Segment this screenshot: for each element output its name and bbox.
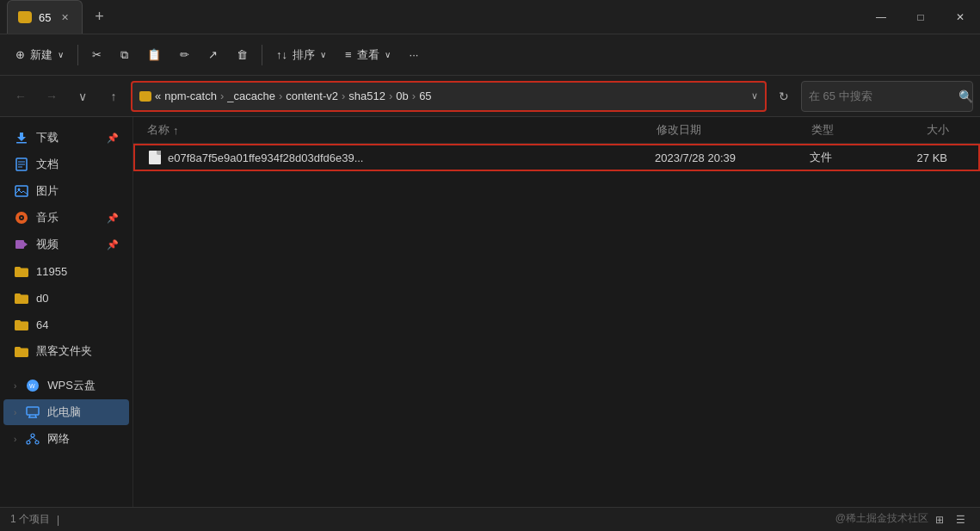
document-icon <box>14 157 29 172</box>
active-tab[interactable]: 65 ✕ <box>7 0 83 34</box>
cut-icon: ✂ <box>92 48 102 61</box>
sidebar-item-download[interactable]: 下载 📌 <box>3 125 129 151</box>
address-dropdown-icon[interactable]: ∨ <box>751 90 758 102</box>
cut-button[interactable]: ✂ <box>83 40 110 71</box>
sidebar-music-pin: 📌 <box>107 213 119 224</box>
sort-icon: ↑↓ <box>276 48 287 61</box>
up-button[interactable]: ↑ <box>100 83 127 110</box>
title-bar: 65 ✕ + — □ ✕ <box>0 0 980 34</box>
path-part-4[interactable]: sha512 <box>348 90 385 102</box>
sidebar-item-music[interactable]: 音乐 📌 <box>3 205 129 231</box>
sidebar-item-pictures[interactable]: 图片 <box>3 178 129 204</box>
paste-button[interactable]: 📋 <box>139 40 169 71</box>
folder-hacker-icon <box>14 343 29 359</box>
sidebar-item-network[interactable]: › 网络 <box>3 426 129 452</box>
sidebar-11955-label: 11955 <box>36 265 67 278</box>
sort-asc-icon: ↑ <box>173 124 179 137</box>
sidebar-item-11955[interactable]: 11955 <box>3 258 129 284</box>
back-icon: ← <box>15 90 27 103</box>
more-button[interactable]: ··· <box>401 40 428 71</box>
copy-button[interactable]: ⧉ <box>112 40 137 71</box>
maximize-button[interactable]: □ <box>901 0 940 34</box>
file-name: e07f8a7f5e9a01ffe934f28d03dfd6e39... <box>168 151 363 164</box>
refresh-button[interactable]: ↻ <box>770 83 798 110</box>
path-part-5[interactable]: 0b <box>396 90 408 102</box>
file-size: 27 KB <box>878 151 965 164</box>
music-icon <box>14 210 29 225</box>
svg-point-18 <box>31 434 34 437</box>
rename-icon: ✏ <box>180 48 189 61</box>
back-button[interactable]: ← <box>7 83 34 110</box>
sidebar-item-document[interactable]: 文档 <box>3 151 129 177</box>
view-dropdown-icon: ∨ <box>385 50 391 59</box>
this-pc-icon <box>25 404 40 420</box>
status-bar: 1 个项目 | @稀土掘金技术社区 ⊞ ☰ <box>0 507 980 531</box>
up-icon: ↑ <box>111 90 117 103</box>
forward-button[interactable]: → <box>38 83 65 110</box>
tab-close-button[interactable]: ✕ <box>58 10 71 24</box>
network-expand-icon: › <box>14 435 16 444</box>
view-button[interactable]: ≡ 查看 ∨ <box>336 40 399 71</box>
svg-rect-10 <box>15 240 24 249</box>
copy-icon: ⧉ <box>120 48 128 62</box>
sidebar-item-d0[interactable]: d0 <box>3 285 129 311</box>
toolbar: ⊕ 新建 ∨ ✂ ⧉ 📋 ✏ ↗ 🗑 ↑↓ 排序 ∨ ≡ 查看 ∨ ··· <box>0 34 980 76</box>
new-tab-button[interactable]: + <box>86 4 112 30</box>
sidebar-pictures-label: 图片 <box>36 183 59 199</box>
path-sep-1: › <box>220 90 224 102</box>
rename-button[interactable]: ✏ <box>171 40 198 71</box>
path-sep-2: › <box>279 90 282 102</box>
tab-label: 65 <box>39 11 51 24</box>
sidebar-this-pc-label: 此电脑 <box>47 404 81 420</box>
svg-rect-14 <box>27 407 39 415</box>
window-controls: — □ ✕ <box>861 0 980 34</box>
path-part-2[interactable]: _cacache <box>227 90 275 102</box>
view-grid-button[interactable]: ⊞ <box>930 510 949 529</box>
svg-rect-0 <box>16 142 27 144</box>
delete-icon: 🗑 <box>237 48 248 61</box>
image-icon <box>14 183 29 199</box>
main-layout: 下载 📌 文档 图片 <box>0 117 980 507</box>
path-sep-4: › <box>389 90 392 102</box>
watermark-text: @稀土掘金技术社区 <box>835 511 928 526</box>
wps-icon: W <box>25 378 40 393</box>
svg-line-22 <box>33 437 37 441</box>
close-button[interactable]: ✕ <box>940 0 980 34</box>
status-separator: | <box>57 514 59 526</box>
view-list-button[interactable]: ☰ <box>951 510 970 529</box>
svg-marker-11 <box>24 242 28 247</box>
dropdown-button[interactable]: ∨ <box>69 83 96 110</box>
sidebar-hacker-folder-label: 黑客文件夹 <box>36 343 92 359</box>
sidebar-item-64[interactable]: 64 <box>3 312 129 337</box>
search-input[interactable] <box>809 90 953 102</box>
delete-button[interactable]: 🗑 <box>228 40 256 71</box>
search-bar[interactable]: 🔍 <box>801 81 973 112</box>
sidebar-item-wps[interactable]: › W WPS云盘 <box>3 373 129 398</box>
svg-point-20 <box>35 441 39 444</box>
minimize-button[interactable]: — <box>861 0 901 34</box>
status-right: @稀土掘金技术社区 ⊞ ☰ <box>930 510 970 529</box>
sidebar-network-label: 网络 <box>47 431 70 447</box>
path-sep-3: › <box>342 90 345 102</box>
sidebar-item-hacker-folder[interactable]: 黑客文件夹 <box>3 338 129 364</box>
address-bar[interactable]: « npm-catch › _cacache › content-v2 › sh… <box>131 81 767 112</box>
path-part-6[interactable]: 65 <box>419 90 431 102</box>
paste-icon: 📋 <box>147 48 161 61</box>
new-button[interactable]: ⊕ 新建 ∨ <box>7 40 72 71</box>
status-count: 1 个项目 <box>10 512 50 527</box>
sidebar: 下载 📌 文档 图片 <box>0 117 133 507</box>
sidebar-item-video[interactable]: 视频 📌 <box>3 232 129 257</box>
path-part-3[interactable]: content-v2 <box>286 90 338 102</box>
chevron-down-icon: ∨ <box>78 90 87 103</box>
sidebar-item-this-pc[interactable]: › 此电脑 <box>3 399 129 425</box>
video-icon <box>14 237 29 252</box>
share-button[interactable]: ↗ <box>200 40 226 71</box>
sidebar-64-label: 64 <box>36 318 48 331</box>
sort-button[interactable]: ↑↓ 排序 ∨ <box>268 40 335 71</box>
path-part-1[interactable]: npm-catch <box>164 90 217 102</box>
header-type: 类型 <box>811 122 880 138</box>
sort-dropdown-icon: ∨ <box>320 50 326 59</box>
svg-point-19 <box>27 441 30 444</box>
file-type: 文件 <box>810 150 878 165</box>
file-row[interactable]: e07f8a7f5e9a01ffe934f28d03dfd6e39... 202… <box>133 144 980 171</box>
